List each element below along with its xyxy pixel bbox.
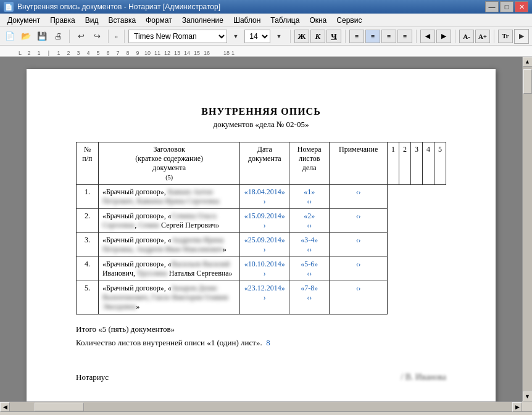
align-center-button[interactable]: ≡ <box>365 30 380 43</box>
extra-button[interactable]: ▶ <box>514 29 529 44</box>
scroll-track-h[interactable] <box>10 402 512 411</box>
toolbar-expand[interactable]: » <box>112 33 120 39</box>
menu-service[interactable]: Сервис <box>331 14 367 27</box>
scroll-left-button[interactable]: ◀ <box>0 402 10 412</box>
toolbar-separator-1 <box>69 30 70 43</box>
cell-pages-4: «5-6»‹› <box>289 257 330 281</box>
size-down-icon[interactable]: ▼ <box>272 29 286 44</box>
cell-date-5: «23.12.2014»› <box>240 281 289 314</box>
align-left-button[interactable]: ≡ <box>349 30 364 43</box>
new-button[interactable]: 📄 <box>2 29 17 44</box>
minimize-button[interactable]: — <box>485 1 499 12</box>
underline-button[interactable]: Ч <box>326 30 341 43</box>
toolbar-separator-8 <box>494 30 494 43</box>
font-size-selector[interactable]: 14 <box>244 30 270 43</box>
vertical-scrollbar[interactable]: ▲ ▼ <box>522 57 532 401</box>
cell-title-4: «Брачный договор», «Васильев Василий Ива… <box>98 257 240 281</box>
table-row: 3. «Брачный договор», «Андреева Ирина Пе… <box>77 233 446 257</box>
cell-note-4: ‹› <box>330 257 388 281</box>
menu-template[interactable]: Шаблон <box>228 14 265 27</box>
cell-num-5: 5. <box>77 281 99 314</box>
scroll-track-v[interactable] <box>523 67 532 392</box>
app-icon: 📄 <box>4 2 14 12</box>
toolbar-separator-6 <box>416 30 417 43</box>
col-header-note: Примечание <box>330 142 388 185</box>
indent-left-button[interactable]: ◀ <box>420 30 435 43</box>
ruler: L 2 1 | 1 2 3 4 5 6 7 8 9 10 11 12 13 14… <box>0 46 532 57</box>
indent-right-button[interactable]: ▶ <box>436 30 451 43</box>
cell-pages-5: «7-8»‹› <box>289 281 330 314</box>
cell-pages-1: «1»‹› <box>289 185 330 209</box>
toolbar: 📄 📂 💾 🖨 ↩ ↪ » Times New Roman ▼ 14 ▼ Ж К… <box>0 27 532 46</box>
font-down-icon[interactable]: ▼ <box>228 29 243 44</box>
cell-title-3: «Брачный договор», «Андреева Ирина Петро… <box>98 233 240 257</box>
horizontal-scrollbar[interactable]: ◀ ▶ <box>0 401 522 411</box>
toolbar-separator-5 <box>345 30 346 43</box>
menu-format[interactable]: Формат <box>141 14 177 27</box>
menu-insert[interactable]: Вставка <box>104 14 141 27</box>
open-button[interactable]: 📂 <box>19 29 33 44</box>
scroll-thumb-h[interactable] <box>35 403 84 411</box>
toolbar-separator-3 <box>124 30 125 43</box>
cell-note-1: ‹› <box>330 185 388 209</box>
align-right-button[interactable]: ≡ <box>381 30 396 43</box>
col-num-1: 1 <box>388 142 399 185</box>
cell-pages-2: «2»‹› <box>289 209 330 233</box>
col-header-pages: Номералистовдела <box>289 142 330 185</box>
table-row: 2. «Брачный договор», «Семина Ольга Серг… <box>77 209 446 233</box>
cell-num-4: 4. <box>77 257 99 281</box>
scroll-down-button[interactable]: ▼ <box>523 392 533 401</box>
cell-date-2: «15.09.2014»› <box>240 209 289 233</box>
menu-edit[interactable]: Правка <box>45 14 80 27</box>
notary-line: Нотариус / В. Иванова <box>76 372 446 382</box>
scroll-up-button[interactable]: ▲ <box>523 57 533 67</box>
cell-title-1: «Брачный договор», Кавкин Антон Петрович… <box>98 185 240 209</box>
bold-button[interactable]: Ж <box>294 30 309 43</box>
print-preview-button[interactable]: 🖨 <box>51 29 65 44</box>
table-row: 4. «Брачный договор», «Васильев Василий … <box>77 257 446 281</box>
scroll-thumb-v[interactable] <box>523 69 532 94</box>
menu-table[interactable]: Таблица <box>265 14 304 27</box>
notary-label: Нотариус <box>76 372 109 382</box>
font-size-a-button[interactable]: A- <box>459 30 474 43</box>
cell-note-3: ‹› <box>330 233 388 257</box>
menu-document[interactable]: Документ <box>2 14 45 27</box>
font-size-b-button[interactable]: A+ <box>475 30 490 43</box>
footer-line-1: Итого «5 (пять) документов» <box>76 324 446 334</box>
scroll-right-button[interactable]: ▶ <box>512 402 522 412</box>
cell-note-2: ‹› <box>330 209 388 233</box>
menu-windows[interactable]: Окна <box>304 14 331 27</box>
cell-title-5: «Брачный договор», «Захаров Денис Валент… <box>98 281 240 314</box>
doc-title: ВНУТРЕННЯЯ ОПИСЬ <box>76 106 446 117</box>
document-container[interactable]: ВНУТРЕННЯЯ ОПИСЬ документов «дела № 02-0… <box>0 57 522 401</box>
col-num-5: 5 <box>434 142 446 185</box>
maximize-button[interactable]: □ <box>500 1 513 12</box>
menu-fill[interactable]: Заполнение <box>177 14 228 27</box>
font-selector[interactable]: Times New Roman <box>128 30 227 43</box>
cell-date-3: «25.09.2014»› <box>240 233 289 257</box>
table-row: 5. «Брачный договор», «Захаров Денис Вал… <box>77 281 446 314</box>
status-bar: Страница 1/3 Ст 19 Кол 1 100% Вставка Ру… <box>0 411 532 415</box>
col-num-2: 2 <box>399 142 411 185</box>
undo-button[interactable]: ↩ <box>73 29 88 44</box>
col-header-date: Датадокумента <box>240 142 289 185</box>
cell-num-3: 3. <box>77 233 99 257</box>
save-button[interactable]: 💾 <box>35 29 49 44</box>
notary-signature: / В. Иванова <box>401 372 446 382</box>
template-button[interactable]: Tr <box>498 30 513 43</box>
italic-button[interactable]: К <box>310 30 325 43</box>
align-justify-button[interactable]: ≡ <box>397 30 412 43</box>
cell-date-1: «18.04.2014»› <box>240 185 289 209</box>
redo-button[interactable]: ↪ <box>89 29 104 44</box>
doc-subtitle: документов «дела № 02-05» <box>76 120 446 129</box>
cell-num-1: 1. <box>77 185 99 209</box>
menu-view[interactable]: Вид <box>80 14 104 27</box>
footer-line-2: Количество листов внутренней описи «1 (о… <box>76 338 446 348</box>
close-button[interactable]: ✕ <box>515 1 528 12</box>
document-page: ВНУТРЕННЯЯ ОПИСЬ документов «дела № 02-0… <box>27 69 496 401</box>
document-table: №п/п Заголовок(краткое содержание)докуме… <box>76 142 446 314</box>
menu-bar: Документ Правка Вид Вставка Формат Запол… <box>0 14 532 27</box>
cell-date-4: «10.10.2014»› <box>240 257 289 281</box>
col-num-4: 4 <box>423 142 434 185</box>
table-row: 1. «Брачный договор», Кавкин Антон Петро… <box>77 185 446 209</box>
